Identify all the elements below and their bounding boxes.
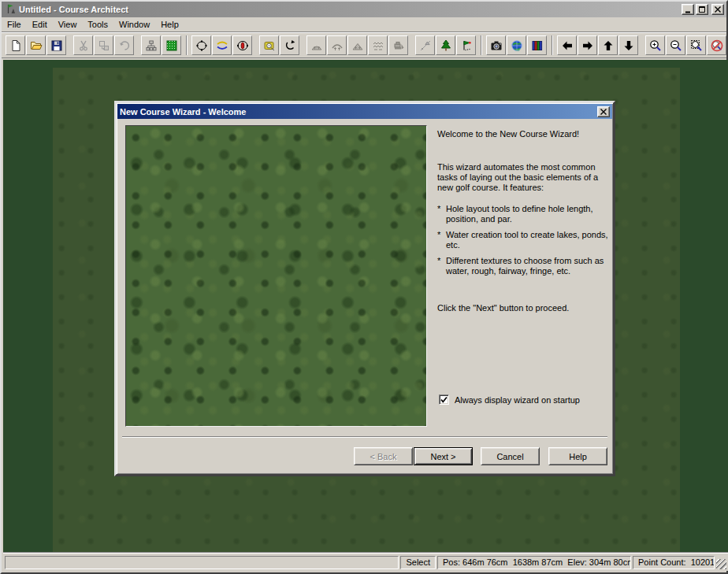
pan-up-icon[interactable]	[598, 35, 618, 55]
wizard-text-column: Welcome to the New Course Wizard! This w…	[437, 129, 615, 313]
pan-down-icon[interactable]	[618, 35, 638, 55]
toolbar-separator	[186, 35, 188, 55]
minimize-button[interactable]	[682, 4, 694, 15]
window-title: Untitled - Course Architect	[19, 5, 679, 14]
bullet-marker: *	[437, 204, 446, 224]
zoom-window-icon[interactable]	[686, 35, 706, 55]
checkmark-icon	[440, 395, 448, 404]
wizard-heading: Welcome to the New Course Wizard!	[437, 129, 615, 139]
open-file-icon[interactable]	[26, 35, 46, 55]
rotate-tool-icon[interactable]	[280, 35, 299, 55]
raise-hill-icon	[306, 35, 326, 55]
status-mode: Select	[400, 556, 436, 569]
wizard-bullet: * Water creation tool to create lakes, p…	[437, 230, 615, 250]
zoom-in-icon[interactable]	[645, 35, 665, 55]
curve-tool-icon[interactable]	[212, 35, 232, 55]
wizard-close-button[interactable]	[597, 106, 610, 117]
toolbar-separator	[552, 35, 553, 55]
wizard-intro: This wizard automates the most common ta…	[437, 162, 615, 193]
course-plot-icon[interactable]	[141, 35, 161, 55]
grid-icon[interactable]	[162, 35, 181, 55]
raise-peak-icon	[347, 35, 367, 55]
grass-texture-preview	[125, 125, 427, 427]
status-point-count: Point Count: 10201	[633, 556, 715, 569]
menu-help[interactable]: Help	[155, 17, 184, 31]
bullet-marker: *	[437, 230, 446, 250]
copy-objects-icon	[94, 35, 113, 55]
wizard-bullet: * Hole layout tools to define hole lengt…	[437, 204, 615, 224]
camera-icon[interactable]	[486, 35, 506, 55]
maximize-button[interactable]	[696, 4, 708, 15]
window-titlebar: Untitled - Course Architect	[2, 2, 726, 17]
menu-tools[interactable]: Tools	[82, 17, 113, 31]
pan-right-icon[interactable]	[578, 35, 597, 55]
bulldozer-icon	[388, 35, 408, 55]
application-window: Untitled - Course Architect File Edit Vi…	[0, 0, 728, 574]
bullet-marker: *	[437, 256, 446, 276]
status-message-panel	[5, 556, 399, 569]
menu-bar: File Edit View Tools Window Help	[2, 17, 726, 32]
startup-checkbox-row: Always display wizard on startup	[439, 394, 580, 405]
dialog-separator	[122, 436, 607, 438]
next-button[interactable]: Next >	[414, 447, 473, 465]
plant-tree-icon[interactable]	[436, 35, 455, 55]
cancel-button[interactable]: Cancel	[481, 447, 540, 465]
bullet-text: Hole layout tools to define hole length,…	[446, 204, 615, 224]
wizard-title: New Course Wizard - Welcome	[120, 107, 597, 117]
back-button[interactable]: < Back	[354, 447, 413, 465]
zoom-out-icon[interactable]	[666, 35, 685, 55]
menu-window[interactable]: Window	[113, 17, 155, 31]
menu-file[interactable]: File	[2, 17, 27, 31]
help-button[interactable]: Help	[548, 447, 607, 465]
wizard-bullet: * Different textures to choose from such…	[437, 256, 615, 276]
bullet-text: Water creation tool to create lakes, pon…	[446, 230, 615, 250]
wizard-proceed-text: Click the "Next" button to proceed.	[437, 303, 615, 313]
pan-left-icon[interactable]	[557, 35, 577, 55]
menu-view[interactable]: View	[53, 17, 83, 31]
startup-checkbox[interactable]	[439, 394, 449, 405]
save-file-icon[interactable]	[46, 35, 66, 55]
toolbar-separator	[481, 35, 482, 55]
status-bar: Select Pos: 646m 76cm 1638m 87cm Elev: 3…	[3, 554, 728, 571]
wizard-titlebar: New Course Wizard - Welcome	[117, 104, 612, 119]
startup-checkbox-label[interactable]: Always display wizard on startup	[455, 395, 580, 405]
cut-icon	[73, 35, 93, 55]
ellipse-tool-icon[interactable]	[191, 35, 211, 55]
close-button[interactable]	[711, 4, 724, 15]
raise-arc-icon	[327, 35, 347, 55]
measure-tape-icon[interactable]	[259, 35, 279, 55]
app-icon	[4, 2, 17, 17]
tree-line-icon	[415, 35, 435, 55]
globe-icon[interactable]	[507, 35, 526, 55]
roughen-terrain-icon	[368, 35, 388, 55]
undo-icon	[114, 35, 134, 55]
flag-tool-icon[interactable]	[456, 35, 476, 55]
menu-edit[interactable]: Edit	[27, 17, 53, 31]
wizard-dialog: New Course Wizard - Welcome Welcome to t…	[114, 101, 615, 476]
toolbar	[2, 32, 726, 58]
shape-handle-tool-icon[interactable]	[232, 35, 252, 55]
zoom-off-icon[interactable]	[707, 35, 726, 55]
resize-grip[interactable]	[716, 559, 726, 569]
new-document-icon[interactable]	[6, 35, 25, 55]
bullet-text: Different textures to choose from such a…	[446, 256, 615, 276]
status-position: Pos: 646m 76cm 1638m 87cm Elev: 304m 80c…	[437, 556, 631, 569]
library-icon[interactable]	[527, 35, 547, 55]
